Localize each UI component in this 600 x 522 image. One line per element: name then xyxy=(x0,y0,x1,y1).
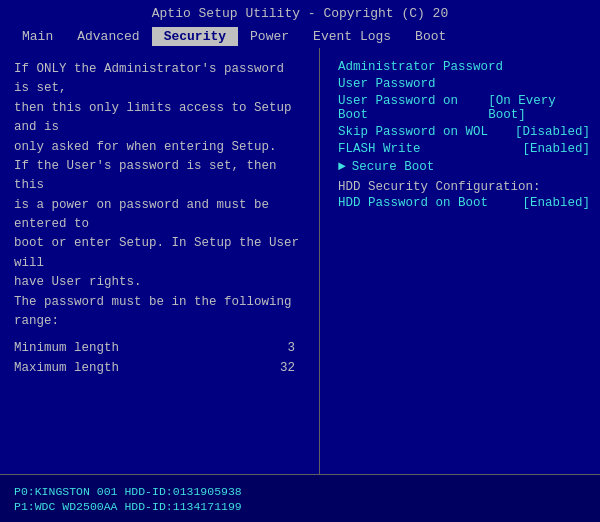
drives-bar: P0:KINGSTON 001 HDD-ID:0131905938P1:WDC … xyxy=(0,474,600,522)
nav-item-power[interactable]: Power xyxy=(238,27,301,46)
hdd-item-value: [Enabled] xyxy=(522,196,590,210)
bios-setup-screen: Aptio Setup Utility - Copyright (C) 20 M… xyxy=(0,0,600,522)
menu-item[interactable]: FLASH Write[Enabled] xyxy=(338,142,590,156)
max-length-row: Maximum length 32 xyxy=(14,359,305,378)
menu-panel: Administrator PasswordUser PasswordUser … xyxy=(320,48,600,474)
hdd-section-title: HDD Security Configuration: xyxy=(338,180,590,194)
description-panel: If ONLY the Administrator's password is … xyxy=(0,48,320,474)
nav-bar: MainAdvancedSecurityPowerEvent LogsBoot xyxy=(0,25,600,48)
secure-boot-row[interactable]: ►Secure Boot xyxy=(338,159,590,174)
menu-item[interactable]: Administrator Password xyxy=(338,60,590,74)
menu-item-value: [Enabled] xyxy=(522,142,590,156)
menu-item-label: User Password on Boot xyxy=(338,94,480,122)
nav-item-main[interactable]: Main xyxy=(10,27,65,46)
max-length-value: 32 xyxy=(280,359,295,378)
menu-item-label: FLASH Write xyxy=(338,142,421,156)
title-text: Aptio Setup Utility - Copyright (C) 20 xyxy=(152,6,448,21)
hdd-item-label: HDD Password on Boot xyxy=(338,196,488,210)
min-length-row: Minimum length 3 xyxy=(14,339,305,358)
menu-item-label: Skip Password on WOL xyxy=(338,125,488,139)
hdd-item[interactable]: HDD Password on Boot[Enabled] xyxy=(338,196,590,210)
drive-row: P1:WDC WD2500AA HDD-ID:1134171199 xyxy=(14,500,586,513)
description-text: If ONLY the Administrator's password is … xyxy=(14,60,305,331)
min-length-label: Minimum length xyxy=(14,339,119,358)
title-bar: Aptio Setup Utility - Copyright (C) 20 xyxy=(0,0,600,25)
menu-item[interactable]: User Password xyxy=(338,77,590,91)
nav-item-boot[interactable]: Boot xyxy=(403,27,458,46)
menu-item-value: [On Every Boot] xyxy=(488,94,590,122)
arrow-icon: ► xyxy=(338,159,346,174)
menu-item-label: Administrator Password xyxy=(338,60,503,74)
nav-item-advanced[interactable]: Advanced xyxy=(65,27,151,46)
menu-item[interactable]: Skip Password on WOL[Disabled] xyxy=(338,125,590,139)
menu-item-label: User Password xyxy=(338,77,436,91)
nav-item-event-logs[interactable]: Event Logs xyxy=(301,27,403,46)
nav-item-security[interactable]: Security xyxy=(152,27,238,46)
drive-row: P0:KINGSTON 001 HDD-ID:0131905938 xyxy=(14,485,586,498)
max-length-label: Maximum length xyxy=(14,359,119,378)
secure-boot-label: Secure Boot xyxy=(352,160,435,174)
min-length-value: 3 xyxy=(287,339,295,358)
menu-item[interactable]: User Password on Boot[On Every Boot] xyxy=(338,94,590,122)
menu-item-value: [Disabled] xyxy=(515,125,590,139)
